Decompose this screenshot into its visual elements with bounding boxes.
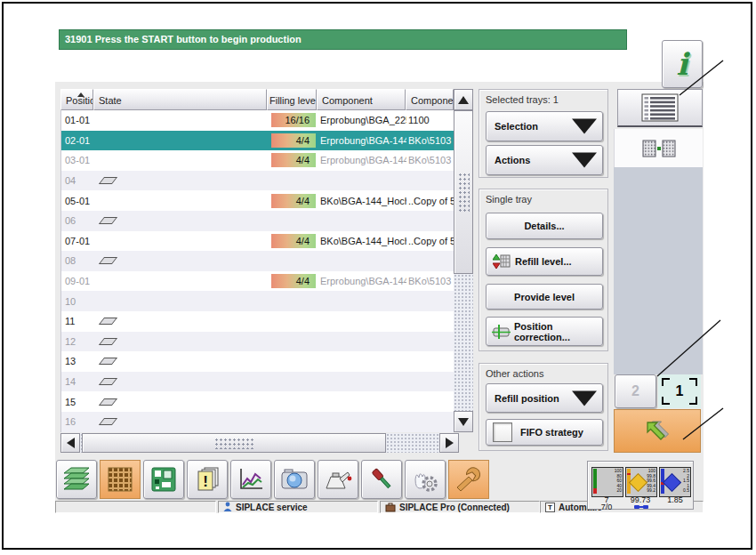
statusbar-user-segment: SIPLACE service [218,501,378,513]
position-cell: 09-01 [61,276,94,286]
other-actions-label: Other actions [486,368,543,379]
info-icon: i [677,49,688,79]
component-cell: BKo\BGA-144_Hoch [318,236,406,246]
toolbar-tray-table-button-active[interactable] [100,460,141,499]
empty-tray-icon [99,418,117,425]
vertical-scroll-thumb[interactable] [454,110,473,274]
filling-level-badge: 4/4 [271,133,316,148]
toolbar-setup-button[interactable] [361,460,402,499]
table-row[interactable]: 09-014/4Erprobung\BGA-144_3BKo\5103 [61,271,454,292]
rate-gauge: 10099.899.699.499.2 [625,467,657,497]
button-label: Position correction... [514,321,602,342]
back-navigation-button[interactable] [614,409,701,453]
column-header-state[interactable]: State [93,89,267,110]
position-cell: 14 [61,376,94,387]
component2-cell: BKo\5103 [406,276,454,286]
component2-cell: ..Copy of 51 [406,196,454,206]
filling-level-badge: 4/4 [271,274,316,288]
actions-dropdown-button[interactable]: Actions [486,145,603,175]
fifo-strategy-checkbox-button[interactable]: FIFO strategy [486,419,603,446]
scroll-left-button[interactable] [60,433,80,453]
toolbar-maintenance-button[interactable] [318,460,358,499]
table-row[interactable]: 07-014/4BKo\BGA-144_Hoch..Copy of 51 [61,231,454,252]
position-cell: 05-01 [61,196,94,206]
filling-level-cell: 4/4 [268,153,318,167]
component-cell: Erprobung\BGA-144_2 [318,155,406,165]
column-header-component[interactable]: Component [317,89,406,110]
position-correction-button[interactable]: Position correction... [486,317,603,346]
machine-gauges-panel[interactable]: 10080604020 10099.899.699.499.2 2.521.51… [587,461,694,510]
scroll-right-button[interactable] [439,433,459,453]
toolbar-tray-stack-button[interactable] [56,460,97,499]
toolbar-manual-ops-button[interactable] [405,460,446,499]
position-correction-icon [492,325,511,339]
state-cell [94,257,268,264]
boards-gauge-ticks: 10080604020 [607,469,622,494]
table-row[interactable]: 06 [61,211,454,231]
refill-level-button[interactable]: Refill level... [486,247,603,276]
horizontal-scroll-thumb[interactable] [82,433,386,453]
table-row[interactable]: 02-014/4Erprobung\BGA-144_1BKo\5103 [61,131,454,151]
component-cell: Erprobung\BGA-144_3 [318,276,406,286]
empty-tray-icon [99,257,117,264]
details-button[interactable]: Details... [486,213,603,239]
table-row[interactable]: 13 [61,351,454,372]
table-row[interactable]: 10 [61,291,454,311]
table-row[interactable]: 14 [61,372,454,392]
provide-level-button[interactable]: Provide level [486,284,603,310]
button-label: 2 [631,383,639,399]
focus-corner [662,397,670,405]
table-row[interactable]: 15 [61,391,454,412]
toolbar-camera-button[interactable] [274,460,315,499]
fifo-checkbox[interactable] [493,422,512,442]
toolbar-statistics-button[interactable] [230,460,271,499]
empty-tray-icon [99,217,117,224]
component2-cell: 1100 [406,115,454,125]
tab-list-view[interactable] [617,89,703,127]
wrench-icon [454,465,483,494]
state-cell [94,398,268,406]
position-cell: 10 [61,296,94,307]
error-log-icon: ! [194,466,221,493]
camera-icon [280,467,309,492]
state-cell [94,177,268,184]
statusbar-connection-segment: SIPLACE Pro (Connected) [380,501,540,513]
chevron-down-icon [572,119,597,134]
toolbar-service-button-active[interactable] [448,460,489,499]
cycle-gauge-ticks: 2.521.510.5 [674,469,689,494]
state-cell [94,378,268,385]
selection-dropdown-button[interactable]: Selection [486,111,603,141]
list-view-icon [641,93,679,122]
component-cell: BKo\BGA-144_Hoch [318,196,406,206]
position-cell: 02-01 [61,135,94,146]
position-cell: 07-01 [61,236,94,246]
position-cell: 13 [61,356,94,366]
info-button[interactable]: i [662,40,703,88]
table-row[interactable]: 16 [61,412,454,432]
chevron-down-icon [572,390,597,406]
component-cell: Erprobung\BGA_225 [318,115,406,125]
table-row[interactable]: 05-014/4BKo\BGA-144_Hoch..Copy of 51 [61,190,454,211]
tab-tray-view-active[interactable] [614,129,703,167]
page-1-button[interactable]: 1 [658,374,701,408]
page-2-button[interactable]: 2 [615,374,656,408]
scroll-up-button[interactable] [454,89,473,110]
empty-tray-icon [99,177,117,184]
column-header-filling-level[interactable]: Filling level [267,89,317,110]
table-row[interactable]: 08 [61,251,454,271]
position-cell: 08 [61,255,94,266]
table-row[interactable]: 04 [61,171,454,191]
toolbar-error-log-button[interactable]: ! [187,460,228,499]
table-row[interactable]: 11 [61,311,454,332]
table-row[interactable]: 03-014/4Erprobung\BGA-144_2BKo\5103 [61,150,454,171]
state-cell [94,418,268,425]
toolbar-board-button[interactable] [143,460,184,499]
filling-level-cell: 16/16 [268,113,318,127]
column-header-component2[interactable]: Component [406,89,454,110]
table-row[interactable]: 12 [61,332,454,352]
table-row[interactable]: 01-0116/16Erprobung\BGA_2251100 [61,110,454,131]
refill-position-dropdown-button[interactable]: Refill position [486,383,603,413]
scroll-down-button[interactable] [454,411,473,432]
filling-level-cell: 4/4 [268,194,318,208]
column-header-position[interactable]: Position [60,89,93,110]
